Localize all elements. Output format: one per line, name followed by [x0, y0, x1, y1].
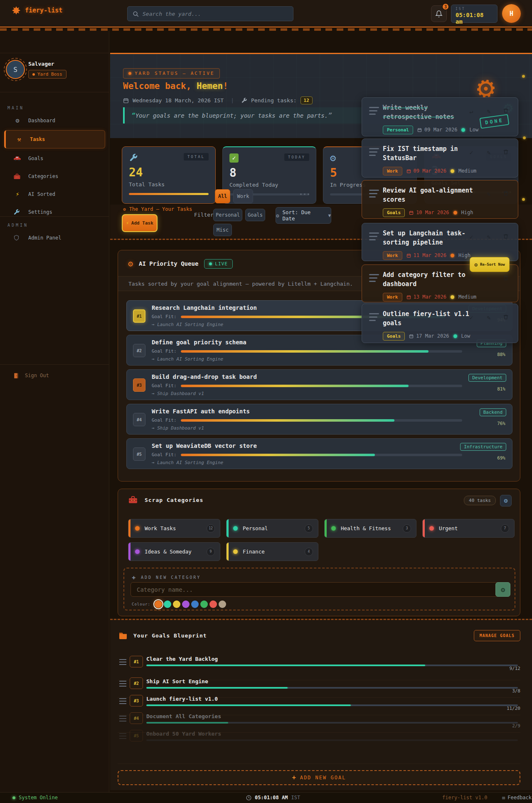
fire-splat-icon	[12, 6, 21, 15]
user-avatar[interactable]: H	[502, 4, 521, 23]
task-card[interactable]: Review AI goal-alignment scores Goals 10…	[362, 180, 518, 219]
add-task-button[interactable]: ⚡Add Task	[122, 214, 158, 232]
edit-icon[interactable]: ✎	[485, 275, 492, 282]
drag-handle-icon[interactable]	[119, 716, 126, 723]
trash-icon[interactable]	[503, 314, 510, 321]
category-card-health-fitness[interactable]: Health & Fitness 3	[324, 519, 416, 538]
queue-row[interactable]: #3 Build drag-and-drop task board Goal F…	[126, 369, 512, 400]
colour-swatch-tan[interactable]	[219, 600, 226, 608]
sidebar-item-admin-panel[interactable]: Admin Panel	[4, 230, 105, 246]
goal-progress-fill	[146, 722, 228, 724]
category-card-personal[interactable]: Personal 5	[226, 519, 318, 538]
trash-icon[interactable]	[503, 233, 510, 241]
goal-row[interactable]: #3 Launch fiery-list v1.0 11/20	[118, 691, 520, 709]
goal-row[interactable]: #1 Clear the Yard Backlog 9/12	[118, 656, 520, 674]
category-card-work-tasks[interactable]: Work Tasks 12	[128, 519, 220, 538]
sidebar-item-goals[interactable]: Goals	[4, 150, 105, 167]
drag-handle-icon[interactable]	[119, 659, 126, 667]
edit-icon[interactable]: ✎	[485, 190, 492, 198]
check-icon[interactable]: ✓	[468, 275, 475, 282]
gear-icon: ⚙	[123, 207, 126, 212]
check-icon[interactable]: ✓	[468, 149, 475, 156]
task-card[interactable]: Set up Langchain task-sorting pipeline W…	[362, 223, 518, 261]
sign-out-button[interactable]: Sign Out	[4, 368, 105, 383]
colour-swatch-purple[interactable]	[182, 600, 190, 608]
check-icon[interactable]: ✓	[468, 190, 475, 198]
sidebar-item-settings[interactable]: Settings	[4, 204, 105, 220]
drag-handle-icon[interactable]	[369, 107, 379, 117]
categories-title: Scrap Categories	[145, 497, 203, 503]
trash-icon[interactable]	[503, 275, 510, 282]
category-card-urgent[interactable]: Urgent 7	[422, 519, 515, 538]
goal-row[interactable]: #4 Document All Categories 2/9	[118, 708, 520, 726]
filter-button-personal[interactable]: Personal	[213, 209, 242, 221]
drag-handle-icon[interactable]	[119, 733, 126, 741]
edit-icon[interactable]: ✎	[485, 149, 492, 156]
colour-swatch-red[interactable]	[209, 600, 217, 608]
drag-handle-icon[interactable]	[369, 190, 379, 200]
sidebar-item-label: Admin Panel	[28, 235, 61, 241]
sidebar-item-dashboard[interactable]: ⚙ Dashboard	[4, 112, 105, 129]
sidebar-item-tasks[interactable]: ⚒ Tasks	[4, 130, 105, 148]
notifications-button[interactable]: 3	[431, 5, 447, 22]
queue-row[interactable]: #5 Set up WeaviateDB vector store Goal F…	[126, 438, 512, 469]
task-card[interactable]: Fix IST timestamp in StatusBar Work 09 M…	[362, 138, 518, 178]
manage-goals-button[interactable]: MANAGE GOALS	[474, 630, 520, 641]
feedback-link[interactable]: ✉Feedback	[502, 795, 532, 801]
profile-avatar[interactable]: S	[6, 60, 25, 79]
goal-fit-percent: 81%	[497, 386, 505, 392]
colour-swatch-teal[interactable]	[164, 600, 171, 608]
check-icon[interactable]: ✓	[468, 314, 475, 321]
colour-swatch-blue[interactable]	[191, 600, 199, 608]
sidebar-item-label: Dashboard	[28, 118, 55, 124]
colour-picker: Colour:	[132, 600, 226, 608]
category-name: Work Tasks	[145, 525, 202, 531]
drag-handle-icon[interactable]	[369, 232, 379, 242]
colour-swatch-orange[interactable]	[155, 600, 162, 608]
filter-button-work[interactable]: Work	[233, 189, 253, 203]
bell-icon	[435, 10, 443, 18]
category-card-finance[interactable]: Finance 4	[226, 542, 318, 561]
queue-task-title: Build drag-and-drop task board	[152, 373, 462, 380]
check-icon[interactable]: ✓	[468, 233, 475, 241]
edit-icon[interactable]: ✎	[485, 314, 492, 321]
resort-now-button[interactable]: ⚙Re-Sort Now	[470, 257, 510, 272]
app-logo[interactable]: fiery-list	[12, 6, 62, 15]
footer-time: 05:01:08 AM	[255, 795, 288, 801]
filter-button-all[interactable]: All	[215, 189, 230, 203]
category-color-bar	[325, 519, 327, 537]
sidebar-item-ai-sorted[interactable]: ⚡ AI Sorted	[4, 186, 105, 203]
goal-progress-fill	[146, 704, 351, 706]
undo-icon[interactable]: ↵	[468, 108, 475, 115]
trash-icon[interactable]	[503, 190, 510, 198]
add-new-goal-button[interactable]: +ADD NEW GOAL	[118, 770, 520, 785]
filter-button-goals[interactable]: Goals	[245, 209, 265, 221]
goal-row[interactable]: #5 Onboard 50 Yard Workers	[118, 726, 520, 744]
colour-swatch-yellow[interactable]	[173, 600, 180, 608]
task-card[interactable]: Write weekly retrospective notes Persona…	[362, 97, 518, 136]
priority-label: High	[458, 252, 470, 258]
goal-row[interactable]: #2 Ship AI Sort Engine 3/8	[118, 673, 520, 692]
drag-handle-icon[interactable]	[119, 681, 126, 688]
category-card-ideas-someday[interactable]: Ideas & Someday 9	[128, 542, 220, 561]
sort-dropdown[interactable]: ⚙ Sort: Due Date ▼	[276, 207, 331, 224]
filter-button-misc[interactable]: Misc	[213, 224, 232, 236]
trash-icon[interactable]	[503, 149, 510, 156]
edit-icon[interactable]: ✎	[485, 108, 492, 115]
sidebar-item-categories[interactable]: Categories	[4, 168, 105, 185]
edit-icon[interactable]: ✎	[485, 233, 492, 241]
category-dot-icon	[331, 526, 336, 531]
category-name-input[interactable]	[131, 582, 498, 597]
goals-title: Your Goals Blueprint	[133, 633, 207, 639]
drag-handle-icon[interactable]	[119, 698, 126, 706]
drag-handle-icon[interactable]	[369, 148, 379, 158]
categories-settings-button[interactable]: ⚙	[500, 495, 512, 507]
confirm-category-button[interactable]: ⚙	[495, 582, 510, 597]
drag-handle-icon[interactable]	[369, 313, 379, 323]
date-text: Wednesday 18 March, 2026 IST	[133, 97, 224, 104]
search-input[interactable]	[143, 11, 288, 17]
drag-handle-icon[interactable]	[369, 274, 379, 284]
task-card[interactable]: Outline fiery-list v1.1 goals Goals 17 M…	[362, 304, 518, 343]
queue-row[interactable]: #4 Write FastAPI auth endpoints Goal Fit…	[126, 404, 512, 435]
colour-swatch-green[interactable]	[200, 600, 208, 608]
